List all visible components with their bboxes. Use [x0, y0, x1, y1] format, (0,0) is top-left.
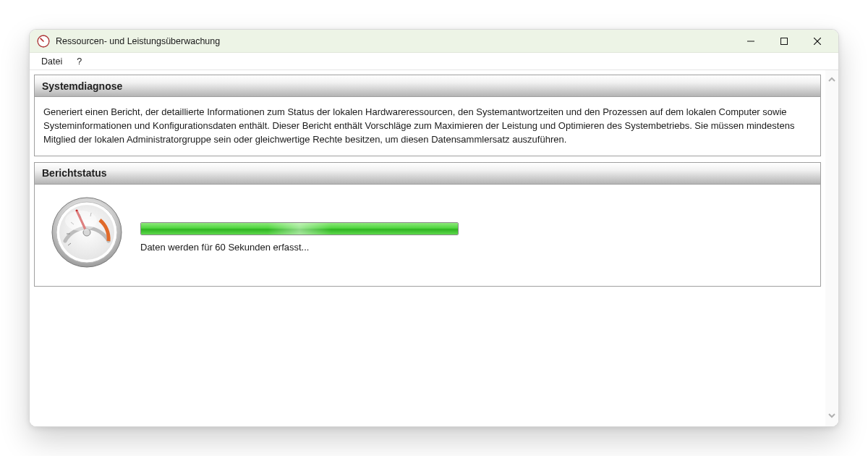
content: Systemdiagnose Generiert einen Bericht, …	[30, 70, 825, 426]
panel-header-diagnosis: Systemdiagnose	[35, 75, 820, 97]
menubar: Datei ?	[30, 53, 838, 70]
svg-rect-4	[781, 38, 788, 44]
status-right: Daten werden für 60 Sekunden erfasst...	[140, 196, 809, 255]
app-window: Ressourcen- und Leistungsüberwachung Dat…	[29, 29, 839, 427]
minimize-button[interactable]	[734, 30, 767, 52]
gauge-icon	[51, 196, 123, 269]
panel-body-status: Daten werden für 60 Sekunden erfasst...	[35, 185, 820, 286]
progress-bar	[140, 222, 459, 235]
vertical-scrollbar[interactable]	[825, 70, 838, 426]
panel-body-diagnosis: Generiert einen Bericht, der detailliert…	[35, 97, 820, 156]
menu-file[interactable]: Datei	[34, 55, 69, 68]
panel-header-status: Berichtstatus	[35, 163, 820, 185]
progress-text: Daten werden für 60 Sekunden erfasst...	[140, 241, 809, 255]
close-button[interactable]	[801, 30, 834, 52]
titlebar: Ressourcen- und Leistungsüberwachung	[30, 30, 838, 53]
scroll-up-icon[interactable]	[827, 75, 836, 86]
progress-fill	[141, 223, 458, 235]
scroll-down-icon[interactable]	[827, 410, 836, 422]
content-wrap: Systemdiagnose Generiert einen Bericht, …	[30, 70, 838, 426]
panel-report-status: Berichtstatus	[34, 162, 821, 287]
svg-point-18	[65, 211, 97, 231]
panel-system-diagnosis: Systemdiagnose Generiert einen Bericht, …	[34, 75, 821, 156]
app-icon	[37, 35, 50, 48]
window-controls	[734, 30, 834, 52]
window-title: Ressourcen- und Leistungsüberwachung	[56, 36, 734, 46]
menu-help[interactable]: ?	[69, 55, 89, 68]
maximize-button[interactable]	[767, 30, 801, 52]
